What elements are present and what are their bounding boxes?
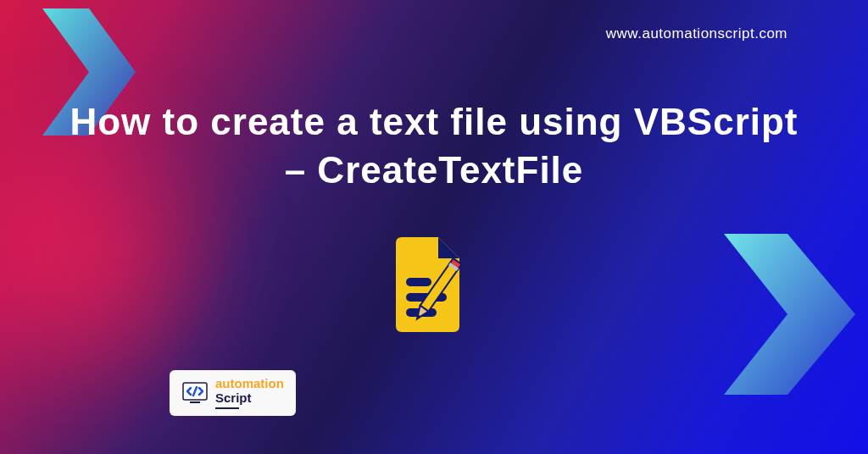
logo-underline — [215, 407, 239, 409]
site-url: www.automationscript.com — [606, 25, 787, 42]
logo-code-icon — [181, 379, 209, 407]
svg-rect-0 — [406, 278, 431, 286]
svg-rect-8 — [190, 401, 200, 403]
logo-text-line1: automation — [215, 377, 284, 391]
document-pencil-icon — [379, 229, 489, 339]
logo-text: automation Script — [215, 377, 284, 409]
brand-logo: automation Script — [170, 370, 296, 416]
chevron-decoration-right — [703, 234, 855, 395]
page-title: How to create a text file using VBScript… — [0, 97, 868, 194]
logo-text-line2: Script — [215, 391, 284, 406]
